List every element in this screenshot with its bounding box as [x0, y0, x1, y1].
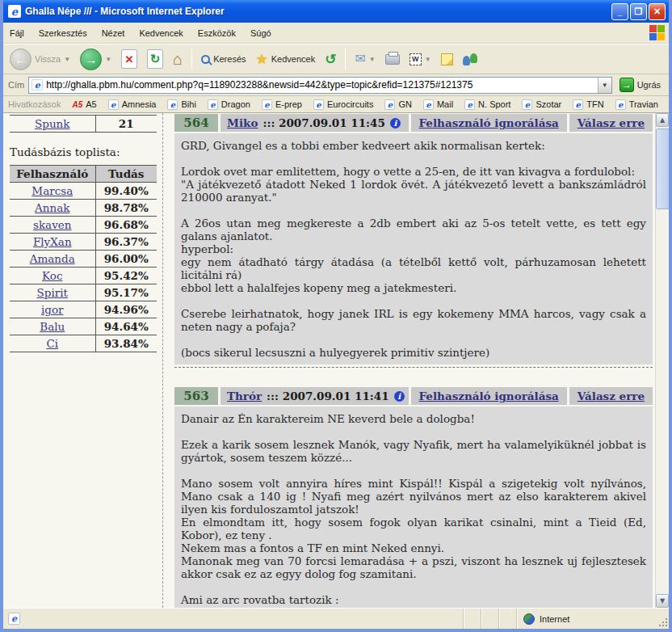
refresh-icon: ↻	[147, 49, 163, 69]
print-icon	[385, 54, 400, 65]
back-dropdown-icon[interactable]: ▼	[64, 56, 70, 63]
reply-link[interactable]: Válasz erre	[578, 116, 645, 129]
links-bar-item[interactable]: eDragon	[208, 99, 250, 110]
reply-cell[interactable]: Válasz erre	[569, 387, 653, 405]
back-button[interactable]: ← Vissza ▼	[6, 47, 74, 72]
scrollbar-track[interactable]	[656, 127, 669, 594]
security-zone-panel: Internet	[516, 609, 657, 629]
reply-cell[interactable]: Válasz erre	[569, 114, 653, 132]
user-link[interactable]: Balu	[40, 320, 65, 333]
menu-favorites[interactable]: Kedvencek	[139, 28, 183, 38]
info-icon[interactable]: i	[394, 391, 405, 402]
ie-page-icon: e	[167, 99, 178, 110]
links-bar-item-a5[interactable]: A5A5	[72, 99, 96, 109]
menu-view[interactable]: Nézet	[102, 28, 125, 38]
refresh-button[interactable]: ↻	[144, 48, 166, 70]
toplist-row: skaven96.68%	[10, 217, 157, 234]
info-icon[interactable]: i	[390, 118, 401, 129]
stop-button[interactable]: ✕	[118, 48, 141, 70]
links-bar-item[interactable]: eTFN	[573, 99, 603, 110]
knowledge-value: 94.96%	[95, 301, 157, 318]
vertical-scrollbar[interactable]: ▲ ▼	[655, 113, 669, 608]
table-row: Spunk 21	[10, 116, 157, 133]
links-bar-item[interactable]: eN. Sport	[464, 99, 510, 110]
toolbar-separator	[345, 48, 346, 70]
history-button[interactable]: ↺	[321, 51, 339, 68]
toplist-title: Tudásbázis toplista:	[10, 145, 162, 158]
status-segment	[481, 609, 498, 629]
menu-tools[interactable]: Eszközök	[198, 28, 236, 38]
go-button[interactable]: → Ugrás	[616, 77, 664, 93]
favorites-star-icon: ★	[256, 53, 268, 66]
user-link[interactable]: skaven	[33, 218, 71, 231]
user-link[interactable]: FlyXan	[33, 235, 72, 248]
forum-thread: 564 Miko ::: 2007.09.01 11:45 i Felhaszn…	[163, 113, 655, 608]
knowledge-value: 99.40%	[95, 183, 157, 200]
discuss-button[interactable]	[438, 52, 456, 67]
scroll-up-icon[interactable]: ▲	[656, 113, 669, 127]
user-link[interactable]: Spirit	[37, 286, 68, 299]
mail-button[interactable]: ✉ ▼	[351, 51, 378, 67]
user-link[interactable]: Annak	[35, 201, 69, 214]
close-button[interactable]: ✕	[649, 3, 666, 20]
status-page-icon: e	[8, 613, 20, 625]
author-link[interactable]: Miko	[227, 116, 258, 129]
minimize-button[interactable]: _	[611, 3, 628, 20]
user-link[interactable]: Koc	[42, 269, 62, 282]
ie-page-icon: e	[522, 99, 532, 110]
links-bar-item[interactable]: eEurocircuits	[313, 99, 373, 110]
ie-page-icon: e	[384, 99, 395, 110]
forward-button[interactable]: → ▼	[77, 47, 115, 72]
scrollbar-thumb[interactable]	[656, 129, 669, 209]
toplist-header-row: Felhasználó Tudás	[10, 166, 157, 183]
ie-logo-icon: e	[8, 5, 21, 18]
print-button[interactable]	[382, 53, 403, 66]
ie-page-icon: e	[208, 99, 218, 110]
links-bar-item[interactable]: eSzotar	[522, 99, 561, 110]
links-bar: Hivatkozások A5A5 eAmnesia eBihi eDragon…	[3, 96, 669, 113]
edit-button[interactable]: W ▼	[406, 52, 435, 67]
user-link[interactable]: Spunk	[35, 117, 69, 130]
links-bar-label: Hivatkozások	[8, 99, 61, 109]
back-icon: ←	[10, 48, 32, 70]
user-link[interactable]: igor	[41, 303, 64, 316]
links-bar-item[interactable]: eGN	[384, 99, 412, 110]
ignore-user-link[interactable]: Felhasználó ignorálása	[419, 390, 559, 402]
messenger-button[interactable]	[460, 52, 481, 67]
menu-edit[interactable]: Szerkesztés	[39, 28, 87, 38]
links-bar-item[interactable]: eMail	[423, 99, 453, 110]
address-bar: Cím e http://ghalla.pbm.hu/comment.php?q…	[3, 74, 669, 96]
search-button[interactable]: Keresés	[198, 53, 249, 65]
zone-label: Internet	[540, 614, 569, 624]
links-bar-item[interactable]: eAmnesia	[108, 99, 157, 110]
scroll-down-icon[interactable]: ▼	[656, 594, 669, 608]
favorites-button[interactable]: ★ Kedvencek	[253, 51, 319, 68]
stop-icon: ✕	[121, 49, 137, 69]
user-link[interactable]: Marcsa	[32, 184, 73, 197]
knowledge-value: 98.78%	[95, 200, 157, 217]
menu-file[interactable]: Fájl	[10, 28, 24, 38]
status-segment	[498, 609, 516, 629]
reply-link[interactable]: Válasz erre	[578, 390, 645, 402]
edit-dropdown-icon[interactable]: ▼	[425, 56, 431, 63]
author-link[interactable]: Thrór	[227, 390, 262, 402]
forward-dropdown-icon[interactable]: ▼	[105, 56, 111, 63]
user-link[interactable]: Amanda	[30, 252, 75, 265]
home-button[interactable]: ⌂	[170, 49, 186, 69]
resize-grip[interactable]	[657, 609, 669, 629]
links-bar-item[interactable]: eE-prep	[262, 99, 302, 110]
ignore-user-cell[interactable]: Felhasználó ignorálása	[411, 387, 567, 405]
address-dropdown-icon[interactable]: ▼	[598, 78, 611, 93]
links-bar-item[interactable]: eBihi	[167, 99, 195, 110]
note-icon	[441, 53, 453, 65]
links-bar-item[interactable]: eTravian	[615, 99, 658, 110]
user-link[interactable]: Ci	[46, 337, 58, 350]
post-separator	[174, 367, 653, 368]
address-input[interactable]: e http://ghalla.pbm.hu/comment.php?q=118…	[28, 77, 611, 94]
maximize-button[interactable]: ❐	[630, 3, 647, 20]
mail-dropdown-icon[interactable]: ▼	[369, 56, 376, 63]
ignore-user-link[interactable]: Felhasználó ignorálása	[419, 116, 559, 129]
ignore-user-cell[interactable]: Felhasználó ignorálása	[411, 114, 567, 132]
menu-help[interactable]: Súgó	[250, 28, 271, 38]
knowledge-value: 96.00%	[95, 251, 157, 268]
